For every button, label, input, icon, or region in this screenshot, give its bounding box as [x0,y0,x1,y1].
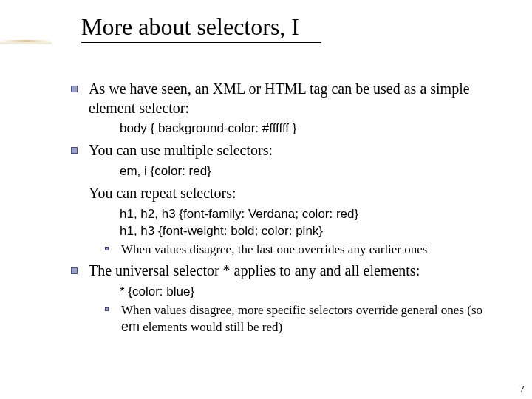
bullet-text: You can repeat selectors: [89,185,236,201]
bullet-multiple: You can use multiple selectors: [71,141,502,160]
bullet-repeat: You can repeat selectors: [71,184,502,203]
code-h1h3: h1, h3 {font-weight: bold; color: pink} [71,223,502,239]
square-bullet-icon [71,86,78,92]
code-body-selector: body { background-color: #ffffff } [71,120,502,137]
slide-title: More about selectors, I [81,13,321,43]
code-em-i: em, i {color: red} [71,163,502,180]
bullet-text: You can use multiple selectors: [89,142,273,158]
subbullet-override-last: When values disagree, the last one overr… [71,242,502,258]
subbullet-text-b: elements would still be red) [140,320,282,334]
inline-code-em: em [121,319,140,334]
bullet-intro: As we have seen, an XML or HTML tag can … [71,80,502,117]
title-area: More about selectors, I [0,0,532,47]
subbullet-text: When values disagree, the last one overr… [121,242,427,256]
bullet-text: As we have seen, an XML or HTML tag can … [89,81,470,116]
slide-body: As we have seen, an XML or HTML tag can … [0,47,532,335]
bullet-universal: The universal selector * applies to any … [71,262,502,281]
subbullet-text-a: When values disagree, more specific sele… [121,303,482,317]
square-bullet-icon [71,147,78,154]
page-number: 7 [519,384,525,395]
square-bullet-icon [105,307,109,311]
code-h1h2h3: h1, h2, h3 {font-family: Verdana; color:… [71,206,502,222]
subbullet-override-specific: When values disagree, more specific sele… [71,302,502,335]
code-universal: * {color: blue} [71,284,502,300]
square-bullet-icon [71,267,78,274]
bullet-text: The universal selector * applies to any … [89,262,420,279]
square-bullet-icon [105,247,109,250]
